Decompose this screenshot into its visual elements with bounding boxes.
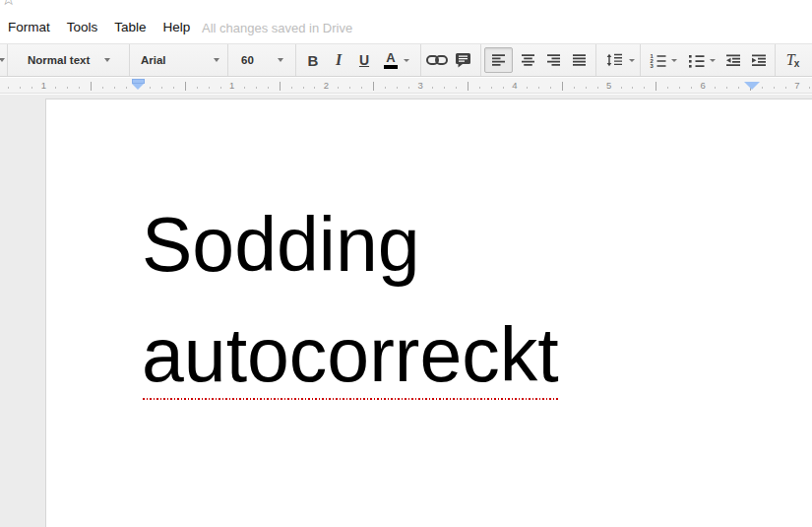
- align-right-button[interactable]: [540, 47, 568, 73]
- ruler-tick: [785, 87, 786, 89]
- style-dropdown[interactable]: Normal text: [28, 47, 110, 73]
- underline-button[interactable]: U: [353, 47, 375, 73]
- bold-button[interactable]: B: [302, 47, 324, 73]
- line-spacing-dropdown[interactable]: [627, 47, 637, 73]
- ruler-tick: [762, 87, 763, 89]
- text-color-swatch: [384, 65, 398, 69]
- bulleted-list-button[interactable]: [684, 47, 708, 73]
- editor-text[interactable]: Sodding autocorreckt: [142, 189, 559, 410]
- ruler-tick: [220, 87, 221, 89]
- misspelled-word[interactable]: autocorreckt: [142, 299, 559, 410]
- numbered-list-icon: 123: [650, 53, 666, 68]
- ruler-tick: [55, 87, 56, 89]
- ruler-half-tick: [185, 82, 186, 91]
- ruler-tick: [715, 87, 716, 89]
- ruler-number: 4: [512, 80, 517, 91]
- align-justify-icon: [573, 54, 587, 67]
- toolbar-separator: [420, 44, 421, 76]
- increase-indent-icon: [751, 54, 767, 67]
- chevron-down-icon: [104, 58, 110, 62]
- italic-button[interactable]: I: [328, 47, 349, 73]
- font-size-dropdown[interactable]: 60: [241, 47, 283, 73]
- align-left-icon: [492, 54, 506, 67]
- line-spacing-button[interactable]: [601, 47, 627, 73]
- right-indent-marker[interactable]: [744, 82, 760, 90]
- ruler-number: 3: [417, 80, 422, 91]
- save-status: All changes saved in Drive: [202, 21, 352, 35]
- align-justify-button[interactable]: [566, 47, 593, 73]
- insert-comment-button[interactable]: [451, 47, 474, 73]
- ruler-tick: [173, 87, 174, 89]
- ruler-tick: [197, 87, 198, 89]
- document-area: Sodding autocorreckt: [0, 95, 812, 527]
- text-line-1: Sodding: [142, 189, 559, 299]
- ruler-tick: [809, 87, 810, 89]
- align-center-button[interactable]: [515, 47, 542, 73]
- ruler-tick: [161, 87, 162, 89]
- toolbar-separator: [129, 44, 130, 76]
- ruler-tick: [527, 87, 528, 89]
- ruler-tick: [574, 87, 575, 89]
- ruler-tick: [349, 87, 350, 89]
- ruler-tick: [774, 87, 775, 89]
- align-center-icon: [522, 54, 535, 67]
- ruler-tick: [114, 87, 115, 89]
- star-icon[interactable]: ☆: [1, 0, 16, 8]
- ruler-half-tick: [468, 82, 468, 91]
- font-dropdown[interactable]: Arial: [141, 47, 219, 73]
- ruler-number: 1: [41, 80, 46, 91]
- ruler-tick: [679, 87, 680, 89]
- ruler: 11234567: [0, 78, 812, 94]
- link-icon: [426, 54, 448, 66]
- text-color-dropdown[interactable]: [402, 47, 411, 73]
- menu-help[interactable]: Help: [163, 20, 191, 34]
- ruler-tick: [586, 87, 587, 89]
- ruler-tick: [303, 87, 304, 89]
- ruler-number: 2: [324, 80, 329, 91]
- ruler-tick: [268, 87, 269, 89]
- decrease-indent-button[interactable]: [721, 47, 745, 73]
- ruler-tick: [667, 87, 668, 89]
- zoom-dropdown-partial[interactable]: [0, 47, 6, 73]
- ruler-tick: [102, 87, 103, 89]
- numbered-list-dropdown[interactable]: [669, 47, 679, 73]
- menu-items: Format Tools Table Help: [8, 20, 190, 34]
- ruler-tick: [632, 87, 633, 89]
- ruler-tick: [503, 87, 504, 89]
- ruler-tick: [644, 87, 645, 89]
- ruler-tick: [621, 87, 622, 89]
- ruler-tick: [8, 87, 9, 89]
- bulleted-list-dropdown[interactable]: [708, 47, 718, 73]
- ruler-tick: [738, 87, 739, 89]
- menu-table[interactable]: Table: [114, 20, 146, 34]
- insert-link-button[interactable]: [425, 47, 449, 73]
- ruler-half-tick: [280, 82, 281, 91]
- menu-format[interactable]: Format: [8, 20, 50, 34]
- ruler-tick: [691, 87, 692, 89]
- left-indent-triangle: [132, 84, 144, 90]
- font-size-label: 60: [241, 54, 254, 66]
- ruler-tick: [491, 87, 492, 89]
- comment-icon: [455, 52, 471, 68]
- ruler-tick: [291, 87, 292, 89]
- numbered-list-button[interactable]: 123: [646, 47, 669, 73]
- text-color-button[interactable]: A: [380, 47, 402, 73]
- ruler-half-tick: [91, 82, 92, 91]
- ruler-tick: [256, 87, 257, 89]
- left-indent-marker[interactable]: [132, 79, 145, 90]
- ruler-tick: [31, 87, 32, 89]
- clear-formatting-button[interactable]: T x: [781, 47, 806, 73]
- align-left-button[interactable]: [484, 47, 513, 73]
- ruler-tick: [244, 87, 245, 89]
- ruler-half-tick: [562, 82, 563, 91]
- ruler-tick: [126, 87, 127, 89]
- menu-tools[interactable]: Tools: [67, 20, 98, 34]
- ruler-tick: [456, 87, 457, 89]
- chevron-down-icon: [629, 59, 635, 62]
- misspelled-word-text: autocorreckt: [142, 312, 559, 397]
- increase-indent-button[interactable]: [747, 47, 771, 73]
- page[interactable]: Sodding autocorreckt: [45, 99, 812, 527]
- chevron-down-icon: [404, 59, 409, 62]
- align-right-icon: [547, 54, 561, 67]
- toolbar-separator: [595, 44, 596, 76]
